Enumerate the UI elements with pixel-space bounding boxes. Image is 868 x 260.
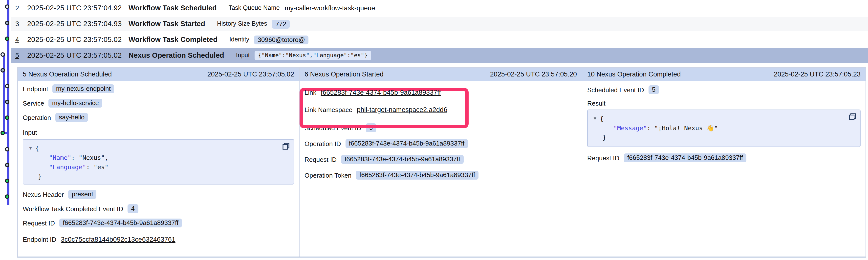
event-row-2[interactable]: 2 2025-02-25 UTC 23:57:04.92 Workflow Ta…	[11, 1, 868, 15]
copy-icon[interactable]	[282, 143, 290, 150]
timeline-dot	[5, 163, 9, 167]
timeline-dot	[5, 100, 9, 104]
panel-body: Link f665283f-743e-4374-b45b-9a61a89337f…	[300, 87, 582, 180]
json-value: "¡Hola! Nexus 👋"	[654, 124, 718, 132]
chevron-down-icon[interactable]: ▼	[29, 144, 32, 153]
field-label: Nexus Header	[23, 191, 64, 198]
event-id-link[interactable]: 3	[15, 20, 23, 27]
panel-nexus-operation-started: 6 Nexus Operation Started 2025-02-25 UTC…	[300, 68, 582, 257]
timeline-dot	[5, 21, 9, 25]
timeline-dot	[5, 4, 9, 9]
copy-icon[interactable]	[848, 113, 856, 121]
event-id-link[interactable]: 4	[15, 36, 23, 43]
event-attr-label: Input	[236, 52, 250, 59]
timeline-dot	[0, 131, 5, 135]
attr-value-badge: {"Name":"Nexus","Language":"es"}	[254, 51, 371, 60]
event-name: Workflow Task Scheduled	[128, 4, 217, 12]
event-detail-group: 5 Nexus Operation Scheduled 2025-02-25 U…	[17, 67, 866, 258]
event-attr-label: Identity	[229, 36, 249, 43]
operation-badge: say-hello	[55, 113, 88, 122]
timeline-dot	[5, 179, 9, 183]
panel-title: 10 Nexus Operation Completed	[587, 71, 681, 78]
request-id-badge: f665283f-743e-4374-b45b-9a61a89337ff	[59, 219, 182, 227]
event-row-3[interactable]: 3 2025-02-25 UTC 23:57:04.93 Workflow Ta…	[11, 16, 868, 31]
event-name: Workflow Task Started	[128, 20, 205, 28]
scheduled-event-id-badge: 5	[366, 123, 376, 132]
panel-title: 5 Nexus Operation Scheduled	[23, 71, 112, 78]
event-row-4[interactable]: 4 2025-02-25 UTC 23:57:05.02 Workflow Ta…	[11, 32, 868, 47]
panel-header: 5 Nexus Operation Scheduled 2025-02-25 U…	[18, 68, 299, 81]
field-label: Workflow Task Completed Event ID	[23, 205, 123, 212]
timeline-dot	[5, 194, 9, 199]
link-value-link[interactable]: f665283f-743e-4374-b45b-9a61a89337ff	[321, 88, 441, 96]
panel-header: 6 Nexus Operation Started 2025-02-25 UTC…	[300, 68, 582, 81]
event-time: 2025-02-25 UTC 23:57:05.02	[27, 51, 128, 59]
field-label: Request ID	[23, 219, 55, 227]
result-code-viewer: ▼{ "Message": "¡Hola! Nexus 👋" }	[587, 110, 861, 147]
operation-token-badge: f665283f-743e-4374-b45b-9a61a89337ff	[356, 171, 478, 180]
field-label: Operation ID	[305, 140, 341, 147]
json-key: "Message"	[614, 124, 647, 132]
field-label: Link	[305, 88, 316, 96]
timeline-dot	[5, 36, 9, 41]
timeline-dot	[0, 68, 5, 73]
json-key: "Language"	[49, 163, 86, 171]
wft-completed-event-id-badge: 4	[128, 204, 138, 213]
attr-value-badge: 772	[272, 20, 290, 28]
field-label: Operation	[23, 114, 51, 121]
field-label: Link Namespace	[305, 106, 352, 113]
event-name: Workflow Task Completed	[128, 36, 217, 43]
event-id-link[interactable]: 5	[15, 51, 23, 59]
field-label: Endpoint ID	[23, 235, 56, 243]
event-attr-label: Task Queue Name	[228, 4, 280, 11]
json-key: "Name"	[49, 154, 71, 161]
field-label: Service	[23, 100, 44, 107]
link-namespace-link[interactable]: phil-target-namespace2.a2dd6	[357, 106, 447, 113]
field-label: Operation Token	[305, 172, 351, 179]
panel-body: Endpoint my-nexus-endpoint Service my-he…	[18, 84, 299, 244]
operation-id-badge: f665283f-743e-4374-b45b-9a61a89337ff	[345, 139, 468, 148]
nexus-header-badge: present	[68, 190, 97, 199]
panel-nexus-operation-scheduled: 5 Nexus Operation Scheduled 2025-02-25 U…	[18, 68, 300, 257]
endpoint-id-link[interactable]: 3c0c75ccfa8144b092c13ce632463761	[61, 235, 176, 243]
json-value: "es"	[94, 163, 108, 171]
timeline-branch-line	[3, 55, 5, 134]
event-history-rows: 2 2025-02-25 UTC 23:57:04.92 Workflow Ta…	[11, 0, 868, 63]
event-time: 2025-02-25 UTC 23:57:04.93	[27, 20, 128, 28]
timeline-dot	[5, 84, 9, 88]
event-time: 2025-02-25 UTC 23:57:05.02	[27, 36, 128, 43]
field-label: Request ID	[305, 156, 337, 163]
event-attr-label: History Size Bytes	[217, 20, 267, 27]
panel-timestamp: 2025-02-25 UTC 23:57:05.02	[207, 71, 294, 78]
timeline-dot	[5, 115, 9, 120]
request-id-badge: f665283f-743e-4374-b45b-9a61a89337ff	[341, 155, 464, 164]
event-history-view: 2 2025-02-25 UTC 23:57:04.92 Workflow Ta…	[0, 0, 868, 260]
timeline-dot	[0, 52, 5, 57]
attr-value-badge: 30960@totoro@	[254, 35, 309, 44]
field-label: Scheduled Event ID	[587, 86, 644, 94]
event-row-5-selected[interactable]: 5 2025-02-25 UTC 23:57:05.02 Nexus Opera…	[11, 48, 868, 63]
chevron-down-icon[interactable]: ▼	[594, 114, 596, 123]
panel-timestamp: 2025-02-25 UTC 23:57:05.20	[490, 71, 577, 78]
panel-nexus-operation-completed: 10 Nexus Operation Completed 2025-02-25 …	[582, 68, 866, 257]
panel-title: 6 Nexus Operation Started	[305, 71, 383, 78]
json-value: "Nexus",	[79, 154, 108, 161]
task-queue-link[interactable]: my-caller-workflow-task-queue	[285, 4, 375, 12]
request-id-badge: f665283f-743e-4374-b45b-9a61a89337ff	[624, 153, 746, 162]
panel-timestamp: 2025-02-25 UTC 23:57:05.23	[774, 71, 861, 78]
event-id-link[interactable]: 2	[15, 4, 23, 11]
field-label: Request ID	[587, 154, 619, 161]
result-label: Result	[587, 99, 861, 107]
panel-header: 10 Nexus Operation Completed 2025-02-25 …	[582, 68, 866, 81]
field-label: Endpoint	[23, 85, 48, 92]
service-badge: my-hello-service	[49, 99, 102, 108]
event-name: Nexus Operation Scheduled	[128, 51, 224, 59]
scheduled-event-id-badge: 5	[649, 85, 659, 94]
panel-body: Scheduled Event ID 5 Result ▼{ "Message"…	[582, 85, 866, 163]
timeline-dot	[5, 147, 9, 151]
input-label: Input	[23, 128, 294, 136]
endpoint-badge: my-nexus-endpoint	[53, 84, 114, 93]
input-code-viewer: ▼{ "Name": "Nexus", "Language": "es" }	[23, 139, 294, 185]
event-time: 2025-02-25 UTC 23:57:04.92	[27, 4, 128, 12]
field-label: Scheduled Event ID	[305, 124, 361, 132]
